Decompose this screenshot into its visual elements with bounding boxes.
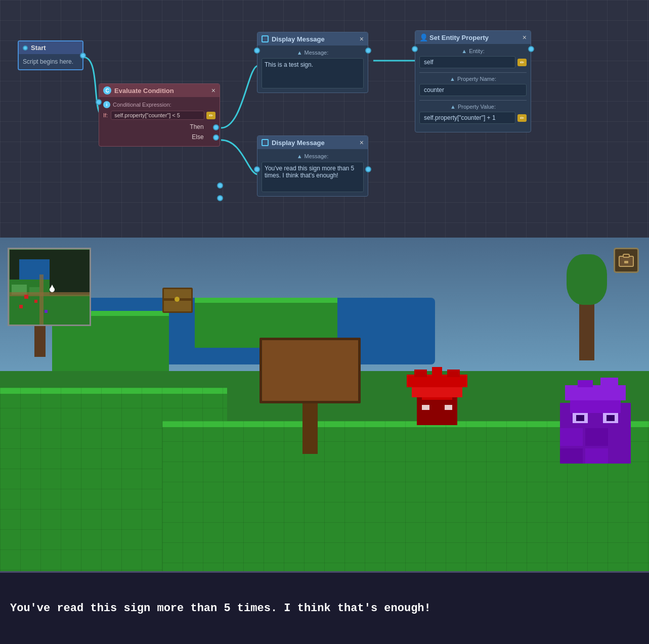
sign-pole [302,403,318,454]
sign-post [259,338,361,454]
svg-rect-23 [19,259,50,280]
property-value-input[interactable] [419,112,515,124]
purple-creature [555,378,636,469]
minimap [8,248,91,326]
svg-rect-6 [414,370,427,377]
property-value-section: ▲ Property Value: ✏ [419,104,527,124]
svg-rect-19 [585,448,608,464]
svg-rect-28 [39,274,44,325]
message-bar: You've read this sign more than 5 times.… [0,571,649,644]
svg-rect-4 [422,405,429,410]
property-name-input[interactable] [419,84,527,96]
evaluate-condition-node: C Evaluate Condition × i Conditional Exp… [99,83,220,147]
red-creature [407,364,467,430]
svg-rect-39 [624,261,628,263]
entity-title: Set Entity Property [429,34,489,41]
svg-rect-16 [560,428,583,446]
svg-rect-18 [560,448,583,464]
display2-message-text: You've read this sign more than 5 times.… [262,162,364,192]
start-node-label: Start [31,44,46,52]
display1-msg-label: Message: [305,50,329,56]
display2-title: Display Message [272,139,325,147]
svg-rect-17 [585,428,608,446]
svg-rect-32 [24,295,28,299]
entity-input-port [412,46,418,52]
svg-rect-38 [623,254,629,257]
eval-then-output-port [217,182,223,189]
svg-rect-20 [578,380,593,387]
eval-condition-label-text: Conditional Expression: [113,102,171,108]
start-node-body: Script begins here. [19,54,82,69]
start-node: Start Script begins here. [18,40,83,70]
display1-body: ▲ Message: This is a test sign. [257,45,368,93]
entity-value-input[interactable] [419,56,515,68]
start-dot-icon [23,45,28,51]
eval-node-title: Evaluate Condition [114,87,174,95]
entity-icon: 👤 [419,33,426,41]
eval-then-port [213,124,219,130]
prop-value-arrow-icon: ▲ [450,104,456,110]
display2-arrow-icon: ▲ [297,153,302,159]
minimap-svg [9,249,90,325]
entity-body: ▲ Entity: ✏ ▲ Property Name: ▲ [415,44,531,132]
game-viewport [0,238,649,571]
entity-label-text: Entity: [469,48,485,54]
start-node-header: Start [19,41,82,54]
display1-message-text: This is a test sign. [262,58,364,88]
eval-info-icon: i [103,101,110,108]
entity-header: 👤 Set Entity Property × [415,31,531,44]
eval-then-label: Then [190,123,203,130]
property-name-section: ▲ Property Name: [419,76,527,96]
start-output-port [80,53,86,59]
svg-rect-34 [19,305,23,308]
display2-body: ▲ Message: You've read this sign more th… [257,149,368,196]
entity-field-section: ▲ Entity: ✏ [419,48,527,68]
svg-rect-33 [34,300,37,303]
svg-rect-21 [600,378,618,387]
svg-rect-14 [576,415,584,421]
eval-input-port [96,99,102,105]
display2-input-port [254,166,260,172]
prop-value-label: Property Value: [458,104,496,110]
eval-edit-button[interactable]: ✏ [206,112,215,119]
display2-header: Display Message × [257,136,368,149]
entity-edit-button[interactable]: ✏ [517,59,527,66]
script-editor: Start Script begins here. C Evaluate Con… [0,0,649,238]
display1-output-port [365,48,371,54]
inventory-button[interactable] [614,248,639,273]
svg-rect-25 [50,295,90,325]
display1-title: Display Message [272,35,325,43]
svg-rect-29 [9,292,90,296]
eval-expression-value: self.property["counter"] < 5 [111,111,204,120]
svg-rect-7 [432,367,442,376]
display2-output-port [365,166,371,172]
eval-node-header: C Evaluate Condition × [99,84,220,97]
svg-rect-5 [445,405,452,410]
eval-else-port [213,134,219,141]
display2-icon [262,139,269,146]
eval-close-button[interactable]: × [211,86,215,95]
display2-close-button[interactable]: × [360,139,364,147]
tree-right [577,254,597,365]
eval-else-label: Else [192,133,203,141]
svg-rect-35 [45,310,48,313]
display2-msg-label: Message: [305,153,329,159]
entity-arrow-icon: ▲ [461,48,467,54]
display1-close-button[interactable]: × [360,35,364,43]
entity-output-port [528,46,534,52]
set-entity-property-node: 👤 Set Entity Property × ▲ Entity: ✏ ▲ [415,30,531,132]
prop-name-arrow-icon: ▲ [450,76,455,82]
eval-else-output-port [217,195,223,201]
svg-rect-8 [447,370,460,377]
display1-icon [262,35,269,42]
chest [162,288,193,313]
eval-if-label: If: [103,112,108,118]
entity-close-button[interactable]: × [523,33,527,41]
prop-value-edit-button[interactable]: ✏ [517,114,527,122]
svg-rect-15 [607,415,615,421]
eval-node-body: i Conditional Expression: If: self.prope… [99,97,220,146]
display-message-2-node: Display Message × ▲ Message: You've read… [257,135,368,197]
eval-icon: C [103,86,111,95]
inventory-icon-svg [618,252,634,268]
sign-board [259,338,361,403]
